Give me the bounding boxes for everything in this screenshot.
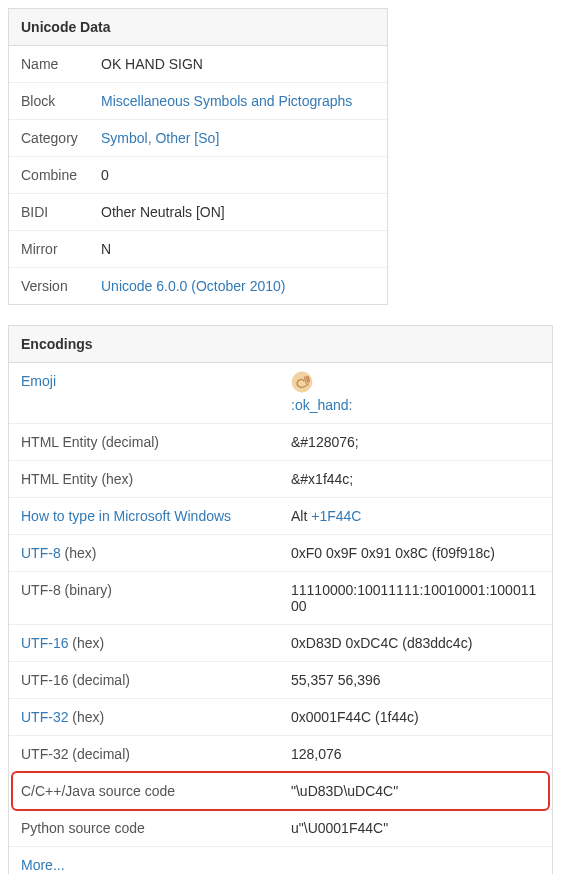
row-val: 0xF0 0x9F 0x91 0x8C (f09f918c): [279, 535, 552, 571]
row-val: 128,076: [279, 736, 552, 772]
row-key: Version: [9, 268, 89, 304]
row-key: Name: [9, 46, 89, 82]
category-link[interactable]: Symbol, Other [So]: [101, 130, 219, 146]
unicode-data-panel: Unicode Data Name OK HAND SIGN Block Mis…: [8, 8, 388, 305]
row-key: C/C++/Java source code: [9, 773, 279, 809]
row-val: 0xD83D 0xDC4C (d83ddc4c): [279, 625, 552, 661]
encodings-row-utf16-hex: UTF-16 (hex) 0xD83D 0xDC4C (d83ddc4c): [9, 625, 552, 662]
encodings-row-utf8-hex: UTF-8 (hex) 0xF0 0x9F 0x91 0x8C (f09f918…: [9, 535, 552, 572]
row-val: N: [89, 231, 387, 267]
row-key: HTML Entity (hex): [9, 461, 279, 497]
ok-hand-icon: [291, 371, 313, 393]
row-key: UTF-8 (binary): [9, 572, 279, 624]
encodings-row-more: More...: [9, 847, 552, 874]
utf16-link[interactable]: UTF-16: [21, 635, 68, 651]
row-key: UTF-16 (hex): [9, 625, 279, 661]
emoji-key-link[interactable]: Emoji: [21, 373, 56, 389]
unicode-row-category: Category Symbol, Other [So]: [9, 120, 387, 157]
row-key: HTML Entity (decimal): [9, 424, 279, 460]
encodings-row-utf16-dec: UTF-16 (decimal) 55,357 56,396: [9, 662, 552, 699]
row-key: UTF-32 (decimal): [9, 736, 279, 772]
row-key: Category: [9, 120, 89, 156]
row-val: 0x0001F44C (1f44c): [279, 699, 552, 735]
encodings-panel: Encodings Emoji :ok_hand: HTML Entity (d…: [8, 325, 553, 874]
encodings-row-c-java: C/C++/Java source code "\uD83D\uDC4C": [9, 773, 552, 810]
utf8-link[interactable]: UTF-8: [21, 545, 61, 561]
row-val: &#128076;: [279, 424, 552, 460]
utf32-link[interactable]: UTF-32: [21, 709, 68, 725]
row-key: Block: [9, 83, 89, 119]
alt-code-link[interactable]: +1F44C: [311, 508, 361, 524]
unicode-row-combine: Combine 0: [9, 157, 387, 194]
row-val: 55,357 56,396: [279, 662, 552, 698]
row-val: 11110000:10011111:10010001:10001100: [279, 572, 552, 624]
encodings-row-utf32-hex: UTF-32 (hex) 0x0001F44C (1f44c): [9, 699, 552, 736]
windows-howto-link[interactable]: How to type in Microsoft Windows: [21, 508, 231, 524]
row-val: Alt +1F44C: [279, 498, 552, 534]
block-link[interactable]: Miscellaneous Symbols and Pictographs: [101, 93, 352, 109]
encodings-row-utf32-dec: UTF-32 (decimal) 128,076: [9, 736, 552, 773]
row-val: OK HAND SIGN: [89, 46, 387, 82]
encodings-row-html-hex: HTML Entity (hex) &#x1f44c;: [9, 461, 552, 498]
unicode-row-name: Name OK HAND SIGN: [9, 46, 387, 83]
more-link[interactable]: More...: [21, 857, 65, 873]
version-link[interactable]: Unicode 6.0.0 (October 2010): [101, 278, 285, 294]
row-val: u"\U0001F44C": [279, 810, 552, 846]
row-key: UTF-8 (hex): [9, 535, 279, 571]
unicode-row-mirror: Mirror N: [9, 231, 387, 268]
emoji-shortcode-link[interactable]: :ok_hand:: [291, 397, 353, 413]
row-key: UTF-16 (decimal): [9, 662, 279, 698]
encodings-row-html-dec: HTML Entity (decimal) &#128076;: [9, 424, 552, 461]
row-val: "\uD83D\uDC4C": [279, 773, 552, 809]
encodings-row-emoji: Emoji :ok_hand:: [9, 363, 552, 424]
encodings-row-ms-windows: How to type in Microsoft Windows Alt +1F…: [9, 498, 552, 535]
row-key: UTF-32 (hex): [9, 699, 279, 735]
encodings-row-utf8-bin: UTF-8 (binary) 11110000:10011111:1001000…: [9, 572, 552, 625]
emoji-cell: :ok_hand:: [279, 363, 552, 423]
row-val: Other Neutrals [ON]: [89, 194, 387, 230]
row-key: Mirror: [9, 231, 89, 267]
row-key: Python source code: [9, 810, 279, 846]
encodings-title: Encodings: [9, 326, 552, 363]
unicode-row-bidi: BIDI Other Neutrals [ON]: [9, 194, 387, 231]
unicode-row-version: Version Unicode 6.0.0 (October 2010): [9, 268, 387, 304]
unicode-row-block: Block Miscellaneous Symbols and Pictogra…: [9, 83, 387, 120]
row-key: Combine: [9, 157, 89, 193]
unicode-data-title: Unicode Data: [9, 9, 387, 46]
encodings-row-python: Python source code u"\U0001F44C": [9, 810, 552, 847]
row-key: BIDI: [9, 194, 89, 230]
row-val: &#x1f44c;: [279, 461, 552, 497]
row-val: 0: [89, 157, 387, 193]
